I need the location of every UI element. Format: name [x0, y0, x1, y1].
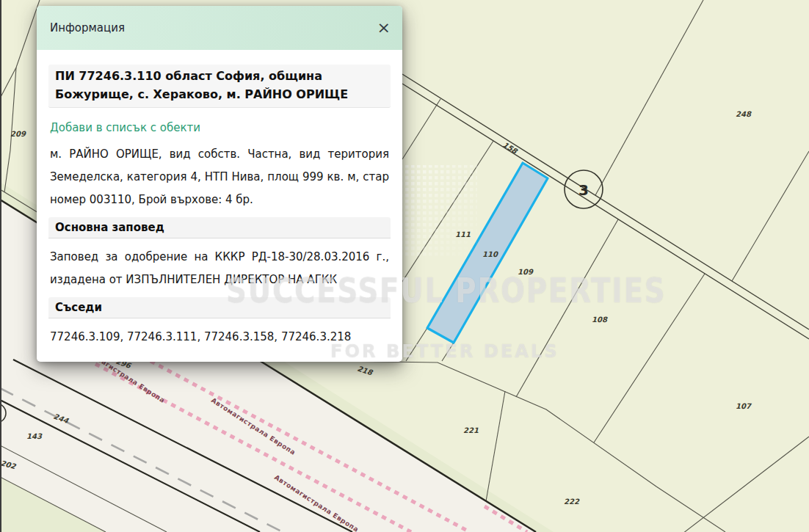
parcel-label-221: 221 [463, 426, 479, 434]
road-number-label: 3 [578, 181, 589, 199]
section-title-order: Основна заповед [48, 217, 391, 238]
parcel-label-222: 222 [564, 498, 580, 506]
parcel-heading: ПИ 77246.3.110 област София, община Божу… [48, 65, 391, 108]
popup-body: ПИ 77246.3.110 област София, община Божу… [37, 50, 402, 349]
section-text-order: Заповед за одобрение на КККР РД-18-30/28… [50, 246, 389, 291]
close-icon[interactable]: × [377, 20, 391, 36]
section-title-neighbours: Съседи [48, 297, 391, 318]
parcel-details: м. РАЙНО ОРИЩЕ, вид собств. Частна, вид … [50, 143, 389, 211]
parcel-label-248: 248 [736, 110, 752, 118]
popup-title: Информация [50, 21, 125, 34]
info-popup: Информация × ПИ 77246.3.110 област София… [37, 6, 402, 362]
parcel-label-108: 108 [592, 316, 608, 324]
parcel-label-209: 209 [10, 130, 26, 138]
parcel-label-111: 111 [455, 230, 471, 238]
add-to-list-link[interactable]: Добави в списък с обекти [50, 121, 200, 134]
section-text-neighbours: 77246.3.109, 77246.3.111, 77246.3.158, 7… [50, 326, 389, 349]
popup-header: Информация × [37, 6, 402, 50]
window-left-edge [0, 0, 1, 532]
parcel-label-109: 109 [518, 268, 534, 276]
parcel-label-110: 110 [482, 250, 498, 258]
parcel-label-143: 143 [26, 432, 43, 440]
parcel-label-107: 107 [736, 402, 752, 410]
map-screen: Автомагистрала Европа Автомагистрала Евр… [0, 0, 809, 532]
halftone-watermark [396, 165, 477, 257]
